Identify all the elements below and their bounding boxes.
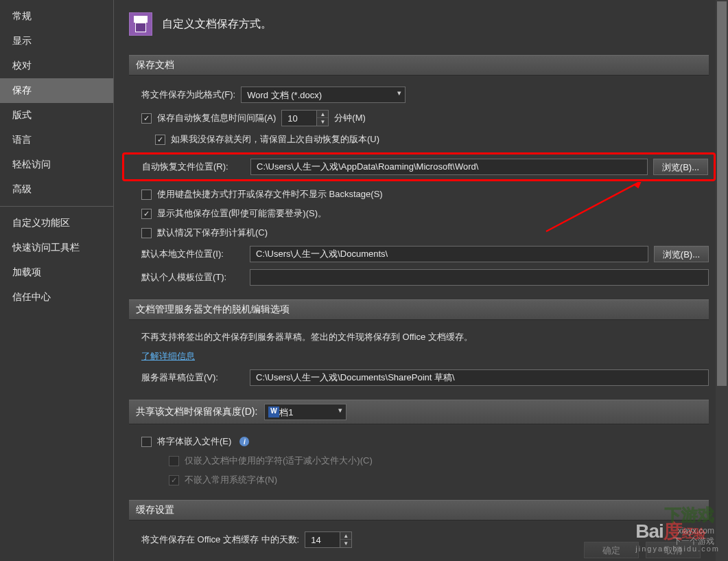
- embed-used-label: 仅嵌入文档中使用的字符(适于减小文件大小)(C): [185, 455, 373, 467]
- browse-autorecover-button[interactable]: 浏览(B)...: [653, 159, 708, 175]
- section-save-documents: 保存文档: [129, 55, 709, 76]
- sidebar-item-advanced[interactable]: 高级: [0, 177, 113, 202]
- sidebar-item-quick-access[interactable]: 快速访问工具栏: [0, 236, 113, 260]
- template-path-input[interactable]: [250, 269, 709, 286]
- embed-fonts-checkbox[interactable]: [141, 437, 152, 447]
- highlighted-autorecover-row: 自动恢复文件位置(R): 浏览(B)...: [122, 152, 716, 181]
- section-offline-editing: 文档管理服务器文件的脱机编辑选项: [129, 299, 709, 320]
- browse-default-button[interactable]: 浏览(B)...: [654, 246, 709, 262]
- no-system-fonts-checkbox: [169, 475, 179, 485]
- scrollbar-thumb[interactable]: [717, 1, 727, 386]
- vertical-scrollbar[interactable]: [716, 0, 728, 561]
- sidebar-item-display[interactable]: 显示: [0, 29, 113, 54]
- show-other-label: 显示其他保存位置(即使可能需要登录)(S)。: [157, 207, 327, 220]
- default-location-label: 默认本地文件位置(I):: [141, 248, 244, 260]
- no-system-fonts-label: 不嵌入常用系统字体(N): [185, 474, 277, 486]
- keep-last-label: 如果我没保存就关闭，请保留上次自动恢复的版本(U): [171, 133, 379, 146]
- info-icon[interactable]: i: [239, 437, 249, 446]
- section-cache: 缓存设置: [129, 500, 709, 520]
- format-label: 将文件保存为此格式(F):: [141, 89, 235, 101]
- sidebar-item-layout[interactable]: 版式: [0, 103, 113, 128]
- sidebar-item-customize-ribbon[interactable]: 自定义功能区: [0, 211, 113, 236]
- template-location-label: 默认个人模板位置(T):: [141, 271, 244, 284]
- keep-last-autosave-checkbox[interactable]: [155, 135, 165, 145]
- word-doc-icon: [268, 407, 279, 417]
- offline-info-text: 不再支持将签出的文件保存到服务器草稿。签出的文件现将保存到 Office 文档缓…: [141, 331, 473, 343]
- options-sidebar: 常规 显示 校对 保存 版式 语言 轻松访问 高级 自定义功能区 快速访问工具栏…: [0, 0, 114, 561]
- backstage-label: 使用键盘快捷方式打开或保存文件时不显示 Backstage(S): [157, 188, 383, 201]
- sidebar-item-save[interactable]: 保存: [0, 78, 113, 103]
- save-computer-label: 默认情况下保存到计算机(C): [157, 227, 268, 239]
- autosave-checkbox[interactable]: [141, 113, 152, 124]
- save-disk-icon: [129, 12, 152, 36]
- backstage-checkbox[interactable]: [141, 190, 152, 200]
- save-computer-checkbox[interactable]: [141, 228, 152, 238]
- embed-fonts-label: 将字体嵌入文件(E): [157, 435, 231, 448]
- sidebar-item-general[interactable]: 常规: [0, 4, 113, 29]
- interval-spinner[interactable]: ▲▼: [317, 110, 329, 126]
- cache-days-input[interactable]: [305, 531, 340, 548]
- draft-location-label: 服务器草稿位置(V):: [141, 371, 244, 384]
- minutes-label: 分钟(M): [334, 112, 366, 124]
- dialog-buttons: 确定 取消: [584, 542, 701, 558]
- autosave-label: 保存自动恢复信息时间间隔(A): [157, 112, 276, 124]
- learn-more-link[interactable]: 了解详细信息: [141, 350, 195, 363]
- file-format-select[interactable]: Word 文档 (*.docx): [241, 87, 406, 103]
- autorecover-path-input[interactable]: [250, 159, 648, 175]
- autorecover-location-label: 自动恢复文件位置(R):: [142, 161, 245, 173]
- page-title: 自定义文档保存方式。: [162, 17, 272, 32]
- cache-days-spinner[interactable]: ▲▼: [340, 531, 352, 548]
- sidebar-item-proofing[interactable]: 校对: [0, 54, 113, 78]
- section-share-fidelity: 共享该文档时保留保真度(D): 文档1: [129, 400, 709, 424]
- ok-button[interactable]: 确定: [584, 542, 639, 558]
- sidebar-item-addins[interactable]: 加载项: [0, 260, 113, 285]
- sidebar-item-language[interactable]: 语言: [0, 128, 113, 152]
- show-other-locations-checkbox[interactable]: [141, 209, 152, 219]
- autosave-interval-input[interactable]: [281, 110, 317, 126]
- cancel-button[interactable]: 取消: [646, 542, 701, 558]
- main-panel: 自定义文档保存方式。 保存文档 将文件保存为此格式(F): Word 文档 (*…: [114, 0, 728, 561]
- cache-days-label: 将文件保存在 Office 文档缓存 中的天数:: [141, 534, 299, 546]
- draft-path-input[interactable]: [250, 369, 709, 386]
- embed-used-chars-checkbox: [169, 456, 179, 466]
- sidebar-item-ease[interactable]: 轻松访问: [0, 152, 113, 177]
- sidebar-item-trust-center[interactable]: 信任中心: [0, 285, 113, 310]
- sidebar-divider: [0, 206, 113, 207]
- default-path-input[interactable]: [250, 246, 648, 262]
